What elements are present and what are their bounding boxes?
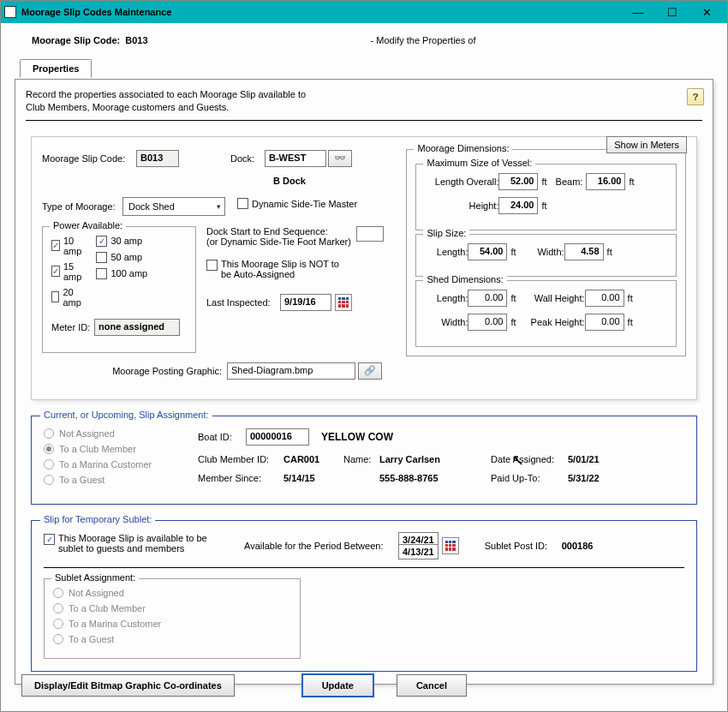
member-phone: 555-888-8765 [379, 473, 491, 483]
posting-graphic-link-button[interactable]: 🔗 [358, 362, 382, 380]
club-member-id: CAR001 [283, 454, 343, 464]
header-row: Moorage Slip Code: B013 - Modify the Pro… [15, 32, 713, 54]
member-name: Larry Carlsen [379, 454, 491, 464]
last-inspected-date-button[interactable] [335, 294, 352, 311]
dock-field[interactable]: B-WEST [265, 150, 326, 167]
beam-label: Beam: [556, 177, 583, 187]
sublet-marina-customer-radio[interactable]: To a Marina Customer [53, 619, 291, 629]
calendar-icon [445, 541, 456, 551]
maximize-button[interactable]: ☐ [655, 3, 689, 21]
tab-properties[interactable]: Properties [20, 59, 92, 78]
assign-not-assigned-radio[interactable]: Not Assigned [44, 428, 198, 439]
minimize-button[interactable]: — [621, 3, 655, 21]
slip-size-group: Slip Size: Length: 54.00 ft Width: 4.58 … [415, 234, 677, 277]
help-icon[interactable]: ? [687, 88, 704, 105]
sublet-club-member-radio[interactable]: To a Club Member [53, 603, 291, 613]
current-assignment-legend: Current, or Upcoming, Slip Assignment: [40, 410, 212, 420]
dock-seq-field[interactable] [356, 226, 384, 242]
amp-30-checkbox[interactable]: ✓30 amp [96, 236, 142, 247]
date-assigned-label: Date Assigned: [491, 454, 568, 464]
assign-club-member-radio[interactable]: To a Club Member [44, 444, 198, 454]
header-modify-text: - Modify the Properties of [371, 35, 476, 45]
length-overall-field[interactable]: 52.00 [498, 173, 538, 190]
dock-seq-label: Dock Start to End Sequence: [206, 226, 351, 236]
sublet-post-id-label: Sublet Post ID: [485, 541, 562, 551]
header-label: Moorage Slip Code: [32, 35, 120, 45]
sublet-guest-radio[interactable]: To a Guest [53, 634, 291, 644]
type-dropdown-value: Dock Shed [128, 201, 175, 212]
amp-20-checkbox[interactable]: 20 amp [51, 287, 84, 308]
slip-width-field[interactable]: 4.58 [564, 243, 604, 260]
moorage-dimensions-group: Moorage Dimensions: Show in Meters Maxim… [406, 149, 686, 356]
app-icon [4, 6, 16, 18]
length-overall-label: Length Overall: [425, 177, 498, 187]
beam-field[interactable]: 16.00 [586, 173, 625, 190]
slip-width-label: Width: [525, 247, 564, 257]
sublet-not-assigned-radio[interactable]: Not Assigned [53, 588, 291, 598]
intro-line2: Club Members, Moorage customers and Gues… [26, 101, 702, 114]
sublet-available-checkbox[interactable]: ✓ This Moorage Slip is available to be s… [44, 533, 232, 553]
type-dropdown[interactable]: Dock Shed ▾ [122, 197, 225, 216]
last-inspected-label: Last Inspected: [206, 297, 280, 308]
assign-guest-radio[interactable]: To a Guest [44, 475, 198, 485]
assign-marina-customer-radio[interactable]: To a Marina Customer [44, 459, 198, 470]
max-vessel-legend: Maximum Size of Vessel: [423, 158, 535, 168]
calendar-icon [338, 297, 349, 308]
shed-width-field[interactable]: 0.00 [468, 314, 507, 331]
amp-15-checkbox[interactable]: ✓15 amp [51, 261, 84, 282]
date-assigned: 5/01/21 [568, 454, 600, 464]
shed-length-label: Length: [425, 293, 468, 303]
titlebar: Moorage Slip Codes Maintenance — ☐ ✕ [1, 1, 727, 23]
close-button[interactable]: ✕ [689, 3, 724, 21]
posting-graphic-label: Moorage Posting Graphic: [102, 366, 222, 376]
moorage-dimensions-legend: Moorage Dimensions: [414, 143, 512, 153]
amp-10-checkbox[interactable]: ✓10 amp [51, 236, 84, 256]
peak-height-label: Peak Height: [525, 317, 585, 327]
sublet-assignment-group: Sublet Assignment: Not Assigned To a Clu… [44, 578, 301, 659]
slip-size-legend: Slip Size: [423, 228, 469, 238]
dynamic-sidetie-checkbox[interactable]: Dynamic Side-Tie Master [237, 198, 357, 209]
posting-graphic-field[interactable]: Shed-Diagram.bmp [227, 362, 355, 380]
sublet-date-to-field[interactable]: 4/13/21 [398, 544, 439, 559]
window-title: Moorage Slip Codes Maintenance [21, 7, 621, 17]
no-auto-assign-checkbox[interactable]: This Moorage Slip is NOT to be Auto-Assi… [206, 259, 339, 279]
shed-length-field[interactable]: 0.00 [468, 290, 507, 307]
wall-height-field[interactable]: 0.00 [585, 290, 624, 307]
last-inspected-field[interactable]: 9/19/16 [280, 294, 331, 311]
update-button[interactable]: Update [301, 673, 374, 697]
footer-bar: Display/Edit Bitmap Graphic Co-ordinates… [21, 673, 707, 697]
sublet-legend: Slip for Temporary Sublet: [40, 514, 155, 524]
paid-upto: 5/31/22 [568, 473, 600, 483]
sublet-assignment-legend: Sublet Assignment: [51, 572, 139, 583]
paid-upto-label: Paid Up-To: [491, 473, 568, 483]
cancel-button[interactable]: Cancel [397, 674, 467, 697]
header-code: B013 [125, 35, 147, 45]
height-field[interactable]: 24.00 [498, 197, 538, 214]
bitmap-coordinates-button[interactable]: Display/Edit Bitmap Graphic Co-ordinates [21, 674, 235, 697]
slip-code-label: Moorage Slip Code: [42, 153, 136, 164]
dock-lookup-button[interactable]: 👓 [328, 150, 352, 167]
amp-50-checkbox[interactable]: 50 amp [96, 252, 142, 263]
intro-line1: Record the properties associated to each… [26, 88, 702, 101]
amp-100-checkbox[interactable]: 100 amp [96, 268, 147, 279]
intro-text: Record the properties associated to each… [26, 88, 702, 115]
club-member-id-label: Club Member ID: [198, 454, 283, 464]
shed-width-label: Width: [425, 317, 468, 327]
show-meters-button[interactable]: Show in Meters [606, 136, 687, 153]
current-assignment-group: Current, or Upcoming, Slip Assignment: ↖… [31, 416, 697, 505]
chevron-down-icon: ▾ [215, 202, 223, 211]
boat-id-field[interactable]: 00000016 [246, 428, 309, 446]
shed-dimensions-group: Shed Dimensions: Length: 0.00 ft Wall He… [415, 280, 677, 347]
slip-length-field[interactable]: 54.00 [468, 243, 507, 260]
member-since: 5/14/15 [283, 473, 343, 483]
sublet-date-button[interactable] [442, 537, 459, 554]
max-vessel-group: Maximum Size of Vessel: Length Overall: … [415, 164, 677, 230]
meter-id-field[interactable]: none assigned [94, 319, 180, 336]
dock-label: Dock: [230, 153, 265, 164]
sublet-post-id: 000186 [562, 541, 594, 551]
peak-height-field[interactable]: 0.00 [585, 314, 624, 331]
dock-seq-sublabel: (or Dynamic Side-Tie Foot Marker) [206, 236, 351, 247]
member-name-label: Name: [343, 454, 379, 464]
properties-panel: Moorage Slip Code: B013 Dock: B-WEST 👓 B… [31, 136, 697, 400]
tab-page-properties: ? Record the properties associated to ea… [15, 79, 713, 685]
